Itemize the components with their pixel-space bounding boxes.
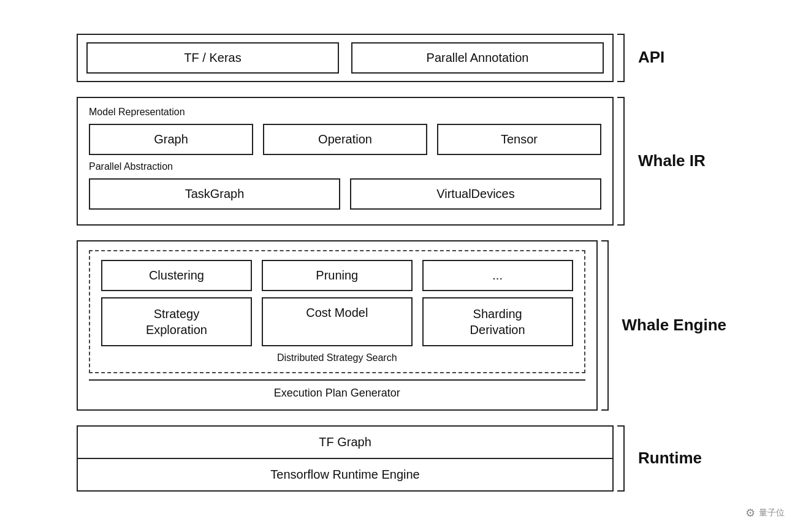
runtime-bracket (614, 425, 628, 492)
whale-engine-label: Whale Engine (622, 315, 726, 336)
pruning-box: Pruning (262, 260, 413, 291)
parallel-abstraction-boxes: TaskGraph VirtualDevices (89, 178, 601, 210)
model-representation-label: Model Representation (89, 107, 601, 118)
diagram-content: TF / Keras Parallel Annotation API Model… (77, 34, 726, 499)
runtime-bracket-vertical (623, 425, 625, 492)
engine-top-boxes: Clustering Pruning ... (101, 260, 573, 291)
whale-ir-box: Model Representation Graph Operation Ten… (77, 97, 614, 226)
whale-engine-label-cell: Whale Engine (612, 240, 726, 411)
model-rep-boxes: Graph Operation Tensor (89, 124, 601, 155)
tf-graph-row: TF Graph (78, 427, 612, 459)
whale-ir-bracket (614, 97, 628, 226)
watermark: ⚙ 量子位 (745, 506, 785, 520)
whale-engine-bracket-top (601, 240, 609, 241)
api-row: TF / Keras Parallel Annotation (77, 34, 614, 82)
api-section: TF / Keras Parallel Annotation API (77, 34, 726, 82)
clustering-box: Clustering (101, 260, 252, 291)
whale-ir-content: Model Representation Graph Operation Ten… (77, 97, 614, 226)
tf-keras-box: TF / Keras (86, 42, 339, 74)
cost-model-box: Cost Model (262, 297, 413, 346)
api-label: API (638, 47, 664, 68)
strategy-exploration-box: Strategy Exploration (101, 297, 252, 346)
runtime-bracket-top (617, 425, 625, 427)
parallel-abstraction-label: Parallel Abstraction (89, 161, 601, 172)
engine-bottom-boxes: Strategy Exploration Cost Model Sharding… (101, 297, 573, 346)
api-bracket-bottom (617, 81, 625, 82)
whale-engine-section: Clustering Pruning ... Strategy Explorat… (77, 240, 726, 411)
runtime-box: TF Graph Tensorflow Runtime Engine (77, 425, 614, 492)
distributed-strategy-label: Distributed Strategy Search (101, 352, 573, 363)
parallel-annotation-box: Parallel Annotation (351, 42, 604, 74)
execution-plan-label: Execution Plan Generator (89, 379, 585, 401)
runtime-section: TF Graph Tensorflow Runtime Engine Runti… (77, 425, 726, 492)
whale-ir-bracket-bottom (617, 224, 625, 226)
sharding-derivation-box: Sharding Derivation (422, 297, 573, 346)
runtime-content: TF Graph Tensorflow Runtime Engine (77, 425, 614, 492)
tf-runtime-engine-row: Tensorflow Runtime Engine (78, 459, 612, 490)
api-bracket-top (617, 34, 625, 35)
watermark-icon: ⚙ (745, 506, 755, 520)
runtime-label-cell: Runtime (628, 425, 726, 492)
whale-ir-bracket-vertical (623, 97, 625, 226)
whale-ir-section: Model Representation Graph Operation Ten… (77, 97, 726, 226)
whale-engine-bracket-bottom (601, 409, 609, 411)
whale-ir-bracket-top (617, 97, 625, 98)
api-bracket (614, 34, 628, 82)
whale-engine-box: Clustering Pruning ... Strategy Explorat… (77, 240, 598, 411)
virtualdevices-box: VirtualDevices (350, 178, 601, 210)
runtime-label: Runtime (638, 448, 702, 469)
whale-engine-bracket (598, 240, 612, 411)
tensor-box: Tensor (437, 124, 601, 155)
api-boxes-container: TF / Keras Parallel Annotation (77, 34, 614, 82)
diagram-wrapper: TF / Keras Parallel Annotation API Model… (64, 15, 739, 517)
runtime-bracket-bottom (617, 490, 625, 492)
api-label-cell: API (628, 34, 726, 82)
watermark-text: 量子位 (759, 507, 785, 519)
api-bracket-vertical (623, 34, 625, 82)
whale-engine-content: Clustering Pruning ... Strategy Explorat… (77, 240, 598, 411)
graph-box: Graph (89, 124, 253, 155)
whale-ir-label-cell: Whale IR (628, 97, 726, 226)
whale-ir-label: Whale IR (638, 151, 706, 172)
distributed-strategy-box: Clustering Pruning ... Strategy Explorat… (89, 250, 585, 373)
ellipsis-box: ... (422, 260, 573, 291)
taskgraph-box: TaskGraph (89, 178, 340, 210)
whale-engine-bracket-vertical (607, 240, 609, 411)
operation-box: Operation (263, 124, 427, 155)
